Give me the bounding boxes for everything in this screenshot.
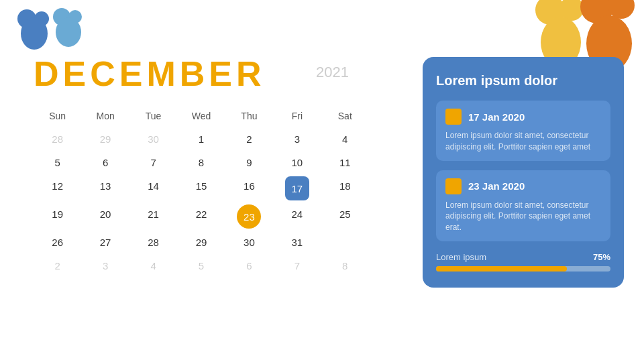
calendar-day[interactable]: 12 bbox=[34, 175, 81, 202]
info-card: Lorem ipsum dolor 17 Jan 2020 Lorem ipsu… bbox=[423, 57, 624, 288]
calendar-header: Sun Mon Tue Wed Thu Fri Sat bbox=[34, 107, 369, 125]
calendar-day[interactable]: 21 bbox=[129, 203, 177, 230]
progress-label-row: Lorem ipsum 75% bbox=[436, 252, 610, 262]
calendar-day[interactable]: 10 bbox=[273, 152, 321, 174]
event-color-dot-1 bbox=[445, 109, 462, 125]
calendar-day[interactable]: 18 bbox=[321, 175, 369, 202]
calendar-day[interactable]: 9 bbox=[225, 152, 273, 174]
calendar-day[interactable]: 23 bbox=[225, 203, 273, 230]
calendar-day[interactable]: 13 bbox=[81, 175, 129, 202]
day-tue: Tue bbox=[129, 107, 177, 125]
progress-section: Lorem ipsum 75% bbox=[436, 252, 610, 272]
calendar-day[interactable]: 6 bbox=[81, 152, 129, 174]
year-label: 2021 bbox=[316, 64, 349, 81]
calendar-grid: Sun Mon Tue Wed Thu Fri Sat 282930123456… bbox=[34, 107, 369, 277]
calendar-day[interactable]: 17 bbox=[273, 175, 321, 202]
day-fri: Fri bbox=[273, 107, 321, 125]
calendar-day[interactable]: 30 bbox=[129, 128, 177, 150]
svg-point-2 bbox=[21, 17, 48, 50]
calendar-day[interactable]: 26 bbox=[34, 231, 81, 253]
mickey-top-left bbox=[7, 7, 94, 54]
calendar-day[interactable]: 4 bbox=[321, 128, 369, 150]
calendar-day[interactable]: 29 bbox=[81, 128, 129, 150]
progress-label: Lorem ipsum bbox=[436, 252, 486, 262]
event-item-2: 23 Jan 2020 Lorem ipsum dolor sit amet, … bbox=[436, 170, 610, 241]
calendar-day[interactable]: 1 bbox=[177, 128, 225, 150]
event-date-row-1: 17 Jan 2020 bbox=[445, 109, 601, 125]
event-item-1: 17 Jan 2020 Lorem ipsum dolor sit amet, … bbox=[436, 101, 610, 161]
day-sun: Sun bbox=[34, 107, 81, 125]
calendar-day[interactable]: 3 bbox=[81, 255, 129, 277]
event-date-row-2: 23 Jan 2020 bbox=[445, 178, 601, 194]
calendar-day[interactable]: 27 bbox=[81, 231, 129, 253]
event-date-1: 17 Jan 2020 bbox=[468, 111, 525, 123]
calendar-day[interactable]: 29 bbox=[177, 231, 225, 253]
calendar-day[interactable]: 24 bbox=[273, 203, 321, 230]
calendar-day[interactable]: 11 bbox=[321, 152, 369, 174]
calendar-day[interactable]: 25 bbox=[321, 203, 369, 230]
calendar-section: DECEMBER 2021 Sun Mon Tue Wed Thu Fri Sa… bbox=[34, 54, 369, 277]
calendar-day[interactable]: 8 bbox=[177, 152, 225, 174]
day-thu: Thu bbox=[225, 107, 273, 125]
day-sat: Sat bbox=[321, 107, 369, 125]
calendar-day[interactable]: 4 bbox=[129, 255, 177, 277]
calendar-day[interactable]: 14 bbox=[129, 175, 177, 202]
calendar-day[interactable]: 28 bbox=[129, 231, 177, 253]
calendar-day[interactable]: 31 bbox=[273, 231, 321, 253]
event-desc-1: Lorem ipsum dolor sit amet, consectetur … bbox=[445, 130, 601, 153]
calendar-day[interactable]: 7 bbox=[129, 152, 177, 174]
progress-bar-bg bbox=[436, 266, 610, 272]
calendar-day[interactable]: 28 bbox=[34, 128, 81, 150]
calendar-day[interactable]: 7 bbox=[273, 255, 321, 277]
calendar-day[interactable]: 16 bbox=[225, 175, 273, 202]
progress-bar-fill bbox=[436, 266, 567, 272]
calendar-day[interactable]: 19 bbox=[34, 203, 81, 230]
calendar-day[interactable]: 30 bbox=[225, 231, 273, 253]
calendar-day[interactable]: 2 bbox=[225, 128, 273, 150]
calendar-day[interactable]: 8 bbox=[321, 255, 369, 277]
calendar-day[interactable]: 6 bbox=[225, 255, 273, 277]
info-card-title: Lorem ipsum dolor bbox=[436, 73, 610, 88]
day-mon: Mon bbox=[81, 107, 129, 125]
calendar-day[interactable]: 15 bbox=[177, 175, 225, 202]
calendar-day[interactable]: 20 bbox=[81, 203, 129, 230]
calendar-body: 2829301234567891011121314151617181920212… bbox=[34, 128, 369, 277]
progress-value: 75% bbox=[593, 252, 610, 262]
calendar-day[interactable]: 3 bbox=[273, 128, 321, 150]
calendar-day[interactable]: 2 bbox=[34, 255, 81, 277]
event-date-2: 23 Jan 2020 bbox=[468, 180, 525, 192]
calendar-day[interactable]: 22 bbox=[177, 203, 225, 230]
event-desc-2: Lorem ipsum dolor sit amet, consectetur … bbox=[445, 200, 601, 233]
calendar-day[interactable] bbox=[321, 231, 369, 253]
calendar-day[interactable]: 5 bbox=[177, 255, 225, 277]
event-color-dot-2 bbox=[445, 178, 462, 194]
svg-point-5 bbox=[56, 17, 81, 47]
day-wed: Wed bbox=[177, 107, 225, 125]
calendar-day[interactable]: 5 bbox=[34, 152, 81, 174]
